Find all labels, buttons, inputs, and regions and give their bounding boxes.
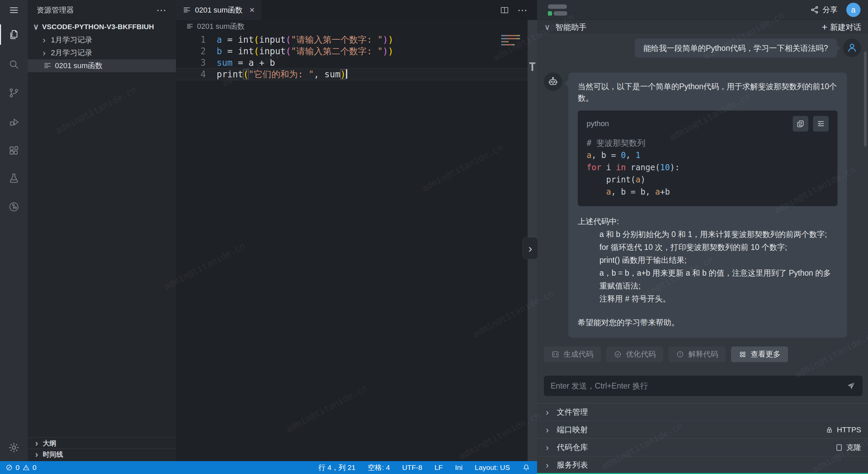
statusbar-right: 行 4，列 21 空格: 4 UTF-8 LF Ini Layout: US bbox=[318, 463, 537, 472]
timeline-label: 时间线 bbox=[43, 450, 63, 459]
hamburger-icon bbox=[8, 4, 20, 16]
activitybar-extensions[interactable] bbox=[0, 140, 28, 161]
chat-input[interactable] bbox=[551, 381, 846, 391]
line-number: 4 bbox=[176, 68, 206, 80]
clone-badge[interactable]: 克隆 bbox=[835, 442, 861, 453]
chevron-right-icon: › bbox=[544, 461, 551, 469]
menu-button[interactable] bbox=[0, 0, 28, 20]
minimap[interactable] bbox=[501, 35, 521, 47]
section-port-mapping[interactable]: › 端口映射 HTTPS bbox=[537, 421, 868, 438]
new-chat-button[interactable]: + 新建对话 bbox=[822, 22, 861, 33]
file-label: 0201 sum函数 bbox=[55, 61, 103, 71]
file-list-icon bbox=[43, 62, 52, 70]
activitybar-search[interactable] bbox=[0, 54, 28, 75]
app-root: 资源管理器 ⋯ ∨ VSCODE-PYTHON-V3-BKFFBIUH › 1月… bbox=[0, 0, 868, 474]
assistant-section-header[interactable]: ∨ 智能助手 + 新建对话 bbox=[537, 20, 868, 35]
explain-code-button[interactable]: 解释代码 bbox=[669, 347, 726, 362]
activitybar-remote[interactable] bbox=[0, 197, 28, 217]
language-mode[interactable]: Ini bbox=[455, 463, 462, 472]
tree-item-folder-2[interactable]: › 2月学习记录 bbox=[28, 46, 176, 59]
editor-tab[interactable]: 0201 sum函数 × bbox=[176, 0, 261, 20]
generate-code-button[interactable]: 生成代码 bbox=[544, 347, 601, 362]
explanation-item: print() 函数用于输出结果; bbox=[599, 254, 837, 266]
plus-icon: + bbox=[822, 24, 827, 31]
panel-expand-button[interactable]: › bbox=[522, 237, 538, 259]
grid-circles-icon bbox=[738, 350, 747, 358]
chat-area: 能给我一段简单的Python代码，学习一下相关语法吗? 当然可以，以下是一个简单… bbox=[537, 35, 868, 344]
indent-setting[interactable]: 空格: 4 bbox=[368, 463, 390, 472]
user-chat-avatar bbox=[843, 39, 861, 57]
share-icon bbox=[810, 5, 819, 14]
assistant-chat-avatar bbox=[544, 73, 562, 91]
chat-input-container bbox=[544, 376, 863, 396]
bell-icon[interactable] bbox=[522, 463, 530, 472]
section-code-repo[interactable]: › 代码仓库 克隆 bbox=[537, 438, 868, 456]
activitybar-source-control[interactable] bbox=[0, 83, 28, 103]
chat-code-line: for i in range(10): bbox=[587, 161, 829, 174]
copy-code-button[interactable] bbox=[793, 116, 808, 132]
root-folder-label: VSCODE-PYTHON-V3-BKFFBIUH bbox=[42, 23, 154, 31]
outline-label: 大纲 bbox=[43, 439, 56, 448]
outline-section[interactable]: › 大纲 bbox=[28, 437, 176, 449]
section-label: 文件管理 bbox=[557, 407, 588, 417]
user-message-row: 能给我一段简单的Python代码，学习一下相关语法吗? bbox=[544, 39, 861, 58]
tree-root-folder[interactable]: ∨ VSCODE-PYTHON-V3-BKFFBIUH bbox=[28, 20, 176, 34]
explanation-block: 上述代码中: a 和 b 分别初始化为 0 和 1，用来计算斐波那契数列的前两个… bbox=[578, 215, 837, 329]
section-file-manager[interactable]: › 文件管理 bbox=[537, 403, 868, 421]
sidebar-header: 资源管理器 ⋯ bbox=[28, 0, 176, 20]
status-dot bbox=[548, 11, 552, 16]
tree-item-file-selected[interactable]: 0201 sum函数 bbox=[28, 59, 176, 72]
sidebar-bottom-sections: › 大纲 › 时间线 bbox=[28, 437, 176, 460]
copy-icon bbox=[796, 119, 805, 128]
activitybar-testing[interactable] bbox=[0, 168, 28, 189]
explanation-items: a 和 b 分别初始化为 0 和 1，用来计算斐波那契数列的前两个数字; for… bbox=[578, 228, 837, 305]
lock-icon bbox=[825, 426, 833, 434]
breadcrumb[interactable]: 0201 sum函数 bbox=[176, 20, 537, 33]
optimize-code-button[interactable]: 优化代码 bbox=[606, 347, 663, 362]
share-button[interactable]: 分享 bbox=[810, 5, 837, 15]
error-icon bbox=[5, 464, 13, 471]
chat-scrollbar[interactable] bbox=[864, 52, 867, 146]
extensions-icon bbox=[8, 145, 20, 156]
activitybar-explorer[interactable] bbox=[0, 24, 28, 45]
folder-label: 1月学习记录 bbox=[51, 35, 92, 45]
debug-play-icon bbox=[8, 116, 20, 128]
share-label: 分享 bbox=[823, 5, 837, 15]
tab-actions: ⋯ bbox=[500, 0, 537, 20]
eol-setting[interactable]: LF bbox=[434, 463, 443, 472]
https-badge[interactable]: HTTPS bbox=[825, 426, 861, 434]
drag-grip-icon[interactable] bbox=[548, 4, 567, 16]
chevron-right-icon: › bbox=[41, 49, 47, 57]
tree-item-folder-1[interactable]: › 1月学习记录 bbox=[28, 34, 176, 46]
cursor-position[interactable]: 行 4，列 21 bbox=[318, 463, 356, 472]
section-service-list[interactable]: › 服务列表 bbox=[537, 456, 868, 474]
breadcrumb-label: 0201 sum函数 bbox=[197, 21, 245, 32]
keyboard-layout[interactable]: Layout: US bbox=[475, 463, 510, 472]
chevron-down-icon: ∨ bbox=[33, 23, 39, 31]
more-actions-icon[interactable]: ⋯ bbox=[517, 7, 528, 14]
code-text: a = int(input("请输入第一个数字: ")) bbox=[206, 34, 393, 45]
section-label: 服务列表 bbox=[557, 460, 588, 470]
chat-code-line: # 斐波那契数列 bbox=[587, 137, 829, 149]
split-editor-icon[interactable] bbox=[500, 5, 509, 15]
timeline-section[interactable]: › 时间线 bbox=[28, 449, 176, 460]
activitybar-run-debug[interactable] bbox=[0, 112, 28, 132]
beaker-icon bbox=[8, 173, 20, 184]
insert-code-button[interactable] bbox=[813, 116, 829, 132]
assistant-panel: 分享 a ∨ 智能助手 + 新建对话 能给我一段简单的Python代码，学习一下… bbox=[537, 0, 868, 474]
code-text: b = int(input("请输入第二个数字: ")) bbox=[206, 45, 393, 57]
error-count: 0 bbox=[16, 463, 20, 472]
code-area[interactable]: 1 a = int(input("请输入第一个数字: ")) 2 b = int… bbox=[176, 33, 537, 80]
close-icon[interactable]: × bbox=[250, 5, 255, 15]
editor-tabbar: 0201 sum函数 × ⋯ bbox=[176, 0, 537, 20]
settings-button[interactable] bbox=[0, 441, 28, 454]
problems-status[interactable]: 0 0 bbox=[0, 463, 36, 472]
view-more-button[interactable]: 查看更多 bbox=[731, 347, 788, 362]
more-actions-icon[interactable]: ⋯ bbox=[156, 7, 167, 14]
encoding[interactable]: UTF-8 bbox=[402, 463, 422, 472]
line-number: 3 bbox=[176, 57, 206, 68]
new-chat-label: 新建对话 bbox=[830, 22, 861, 33]
user-message-bubble: 能给我一段简单的Python代码，学习一下相关语法吗? bbox=[635, 39, 837, 58]
send-icon[interactable] bbox=[846, 381, 856, 391]
user-avatar[interactable]: a bbox=[846, 3, 861, 17]
